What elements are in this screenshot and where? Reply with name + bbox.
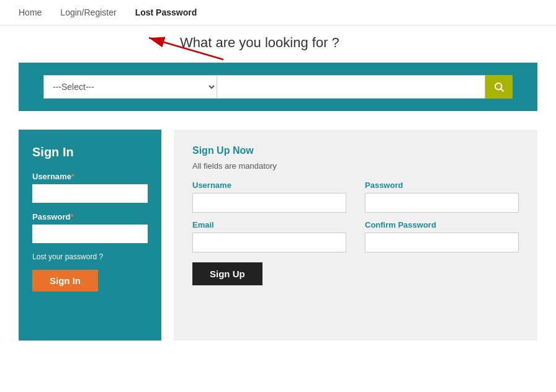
- signup-form-grid: Username Password Email Confirm Password: [192, 180, 519, 252]
- signup-username-input[interactable]: [192, 193, 346, 213]
- password-required-star: *: [70, 212, 73, 221]
- signin-password-input[interactable]: [32, 225, 148, 243]
- main-content: Sign In Username* Password* Lost your pa…: [0, 111, 556, 359]
- forgot-password-link[interactable]: Lost your password ?: [32, 252, 148, 261]
- svg-line-3: [501, 89, 503, 91]
- signup-confirm-password-field: Confirm Password: [365, 220, 519, 252]
- search-input[interactable]: [217, 75, 485, 99]
- signin-button[interactable]: Sign In: [32, 270, 98, 292]
- signup-title: Sign Up Now: [192, 145, 519, 156]
- navbar: Home Login/Register Lost Password: [0, 0, 556, 25]
- question-text: What are you looking for ?: [180, 35, 339, 51]
- signup-email-field: Email: [192, 220, 346, 252]
- signup-email-input[interactable]: [192, 233, 346, 252]
- signup-email-label: Email: [192, 220, 346, 229]
- signup-password-field: Password: [365, 180, 519, 213]
- signup-username-label: Username: [192, 180, 346, 190]
- signup-confirm-password-input[interactable]: [365, 233, 519, 252]
- nav-lost-password[interactable]: Lost Password: [135, 7, 197, 17]
- signup-button[interactable]: Sign Up: [192, 262, 262, 285]
- signup-confirm-password-label: Confirm Password: [365, 220, 519, 229]
- signin-username-input[interactable]: [32, 184, 148, 203]
- signin-username-label: Username*: [32, 172, 148, 181]
- search-bar: ---Select---: [19, 63, 537, 111]
- signup-username-field: Username: [192, 180, 346, 213]
- signin-panel: Sign In Username* Password* Lost your pa…: [19, 130, 161, 341]
- search-button[interactable]: [485, 75, 513, 99]
- signin-title: Sign In: [32, 145, 148, 159]
- search-category-select[interactable]: ---Select---: [43, 75, 217, 99]
- annotation-area: What are you looking for ?: [0, 25, 556, 63]
- mandatory-text: All fields are mandatory: [192, 161, 519, 171]
- username-required-star: *: [71, 172, 74, 181]
- signup-password-label: Password: [365, 180, 519, 190]
- nav-home[interactable]: Home: [19, 7, 42, 17]
- signin-password-label: Password*: [32, 212, 148, 221]
- signup-panel: Sign Up Now All fields are mandatory Use…: [174, 130, 537, 341]
- signup-password-input[interactable]: [365, 193, 519, 213]
- nav-login-register[interactable]: Login/Register: [60, 7, 116, 17]
- search-icon: [493, 81, 504, 92]
- svg-point-2: [495, 83, 502, 90]
